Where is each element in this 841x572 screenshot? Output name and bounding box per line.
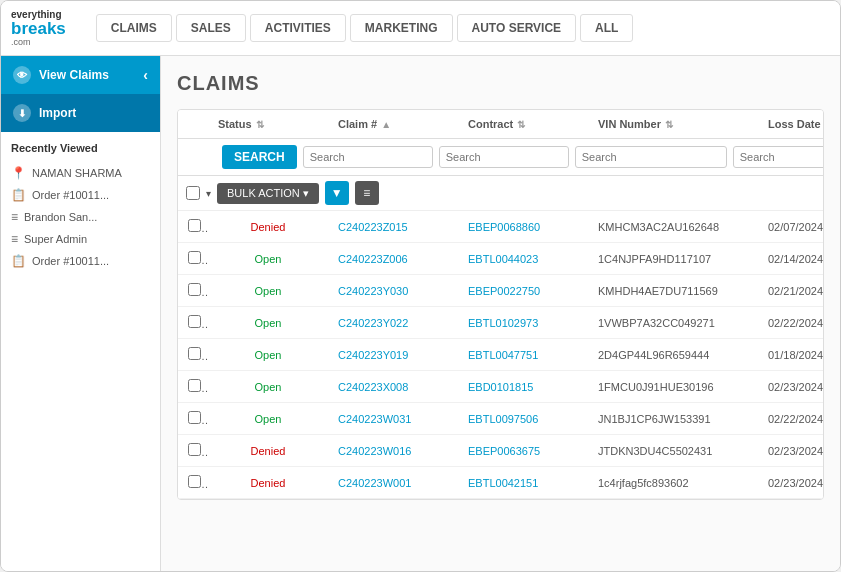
row-checkbox-cell bbox=[178, 371, 208, 402]
row-vin: 1VWBP7A32CC049271 bbox=[588, 309, 758, 337]
search-claim-input[interactable] bbox=[303, 146, 433, 168]
row-checkbox[interactable] bbox=[188, 315, 201, 328]
row-loss-date: 02/22/2024 bbox=[758, 309, 824, 337]
view-claims-label: View Claims bbox=[39, 68, 109, 82]
recent-item-4[interactable]: ≡ Super Admin bbox=[11, 228, 150, 250]
search-button[interactable]: SEARCH bbox=[222, 145, 297, 169]
row-checkbox[interactable] bbox=[188, 283, 201, 296]
row-checkbox-cell bbox=[178, 275, 208, 306]
row-contract[interactable]: EBEP0022750 bbox=[458, 277, 588, 305]
view-claims-button[interactable]: 👁 View Claims ‹ bbox=[1, 56, 160, 94]
nav-item-activities[interactable]: ACTIVITIES bbox=[250, 14, 346, 42]
claim-sort-icon: ▲ bbox=[381, 119, 391, 130]
recent-item-1[interactable]: 📍 NAMAN SHARMA bbox=[11, 162, 150, 184]
row-checkbox[interactable] bbox=[188, 443, 201, 456]
row-claim[interactable]: C240223Y022 bbox=[328, 309, 458, 337]
nav-item-all[interactable]: ALL bbox=[580, 14, 633, 42]
row-claim[interactable]: C240223W016 bbox=[328, 437, 458, 465]
row-loss-date: 02/23/2024 bbox=[758, 373, 824, 401]
row-loss-date: 02/21/2024 bbox=[758, 277, 824, 305]
row-checkbox[interactable] bbox=[188, 347, 201, 360]
row-loss-date: 01/18/2024 bbox=[758, 341, 824, 369]
import-icon: ⬇ bbox=[13, 104, 31, 122]
th-vin[interactable]: VIN Number ⇅ bbox=[588, 110, 758, 138]
row-checkbox-cell bbox=[178, 435, 208, 466]
nav-item-auto-service[interactable]: AUTO SERVICE bbox=[457, 14, 577, 42]
nav-item-sales[interactable]: SALES bbox=[176, 14, 246, 42]
th-loss-date[interactable]: Loss Date ⇅ bbox=[758, 110, 824, 138]
bulk-action-label: BULK ACTION ▾ bbox=[227, 187, 309, 200]
nav-item-marketing[interactable]: MARKETING bbox=[350, 14, 453, 42]
main-content: CLAIMS Status ⇅ Claim # ▲ Contract ⇅ bbox=[161, 56, 840, 571]
checkbox-dropdown-icon[interactable]: ▾ bbox=[206, 188, 211, 199]
row-checkbox[interactable] bbox=[188, 219, 201, 232]
row-status: Open bbox=[208, 405, 328, 433]
th-claim[interactable]: Claim # ▲ bbox=[328, 110, 458, 138]
table-header-row: Status ⇅ Claim # ▲ Contract ⇅ VIN Number… bbox=[178, 110, 823, 139]
row-vin: 1c4rjfag5fc893602 bbox=[588, 469, 758, 497]
row-loss-date: 02/07/2024 bbox=[758, 213, 824, 241]
row-contract[interactable]: EBTL0097506 bbox=[458, 405, 588, 433]
claims-table: Status ⇅ Claim # ▲ Contract ⇅ VIN Number… bbox=[177, 109, 824, 500]
row-checkbox[interactable] bbox=[188, 475, 201, 488]
table-row: Open C240223X008 EBD0101815 1FMCU0J91HUE… bbox=[178, 371, 823, 403]
recent-item-5-label: Order #10011... bbox=[32, 255, 109, 267]
columns-button[interactable]: ≡ bbox=[355, 181, 379, 205]
import-label: Import bbox=[39, 106, 76, 120]
filter-button[interactable]: ▼ bbox=[325, 181, 349, 205]
row-status: Open bbox=[208, 309, 328, 337]
recent-item-3-label: Brandon San... bbox=[24, 211, 97, 223]
row-status: Denied bbox=[208, 213, 328, 241]
row-claim[interactable]: C240223X008 bbox=[328, 373, 458, 401]
nav-item-claims[interactable]: CLAIMS bbox=[96, 14, 172, 42]
row-checkbox-cell bbox=[178, 403, 208, 434]
row-checkbox[interactable] bbox=[188, 379, 201, 392]
row-claim[interactable]: C240223W031 bbox=[328, 405, 458, 433]
row-contract[interactable]: EBEP0068860 bbox=[458, 213, 588, 241]
row-contract[interactable]: EBTL0102973 bbox=[458, 309, 588, 337]
table-row: Denied C240223W016 EBEP0063675 JTDKN3DU4… bbox=[178, 435, 823, 467]
row-checkbox[interactable] bbox=[188, 251, 201, 264]
location-icon: 📍 bbox=[11, 166, 26, 180]
row-status: Denied bbox=[208, 437, 328, 465]
row-claim[interactable]: C240223W001 bbox=[328, 469, 458, 497]
recent-item-2[interactable]: 📋 Order #10011... bbox=[11, 184, 150, 206]
recently-viewed-section: Recently Viewed 📍 NAMAN SHARMA 📋 Order #… bbox=[1, 132, 160, 282]
recent-item-4-label: Super Admin bbox=[24, 233, 87, 245]
row-vin: JN1BJ1CP6JW153391 bbox=[588, 405, 758, 433]
row-claim[interactable]: C240223Y030 bbox=[328, 277, 458, 305]
row-contract[interactable]: EBTL0044023 bbox=[458, 245, 588, 273]
th-status[interactable]: Status ⇅ bbox=[208, 110, 328, 138]
row-checkbox[interactable] bbox=[188, 411, 201, 424]
recent-item-5[interactable]: 📋 Order #10011... bbox=[11, 250, 150, 272]
th-contract[interactable]: Contract ⇅ bbox=[458, 110, 588, 138]
row-contract[interactable]: EBTL0047751 bbox=[458, 341, 588, 369]
page-title: CLAIMS bbox=[177, 72, 824, 95]
table-row: Open C240223Y019 EBTL0047751 2D4GP44L96R… bbox=[178, 339, 823, 371]
table-row: Open C240223Y030 EBEP0022750 KMHDH4AE7DU… bbox=[178, 275, 823, 307]
row-contract[interactable]: EBTL0042151 bbox=[458, 469, 588, 497]
vin-sort-icon: ⇅ bbox=[665, 119, 673, 130]
chevron-icon: ‹ bbox=[143, 67, 148, 83]
row-claim[interactable]: C240223Z015 bbox=[328, 213, 458, 241]
main-layout: 👁 View Claims ‹ ⬇ Import Recently Viewed… bbox=[1, 56, 840, 571]
search-vin-input[interactable] bbox=[575, 146, 727, 168]
contract-sort-icon: ⇅ bbox=[517, 119, 525, 130]
select-all-checkbox[interactable] bbox=[186, 186, 200, 200]
row-checkbox-cell bbox=[178, 307, 208, 338]
bulk-action-button[interactable]: BULK ACTION ▾ bbox=[217, 183, 319, 204]
row-vin: 2D4GP44L96R659444 bbox=[588, 341, 758, 369]
row-vin: KMHCM3AC2AU162648 bbox=[588, 213, 758, 241]
import-button[interactable]: ⬇ Import bbox=[1, 94, 160, 132]
search-loss-input[interactable] bbox=[733, 146, 824, 168]
table-row: Denied C240223Z015 EBEP0068860 KMHCM3AC2… bbox=[178, 211, 823, 243]
th-contract-label: Contract bbox=[468, 118, 513, 130]
search-row: SEARCH bbox=[178, 139, 823, 176]
recent-item-3[interactable]: ≡ Brandon San... bbox=[11, 206, 150, 228]
row-contract[interactable]: EBD0101815 bbox=[458, 373, 588, 401]
order-icon-2: 📋 bbox=[11, 254, 26, 268]
row-contract[interactable]: EBEP0063675 bbox=[458, 437, 588, 465]
search-contract-input[interactable] bbox=[439, 146, 569, 168]
row-claim[interactable]: C240223Z006 bbox=[328, 245, 458, 273]
row-claim[interactable]: C240223Y019 bbox=[328, 341, 458, 369]
